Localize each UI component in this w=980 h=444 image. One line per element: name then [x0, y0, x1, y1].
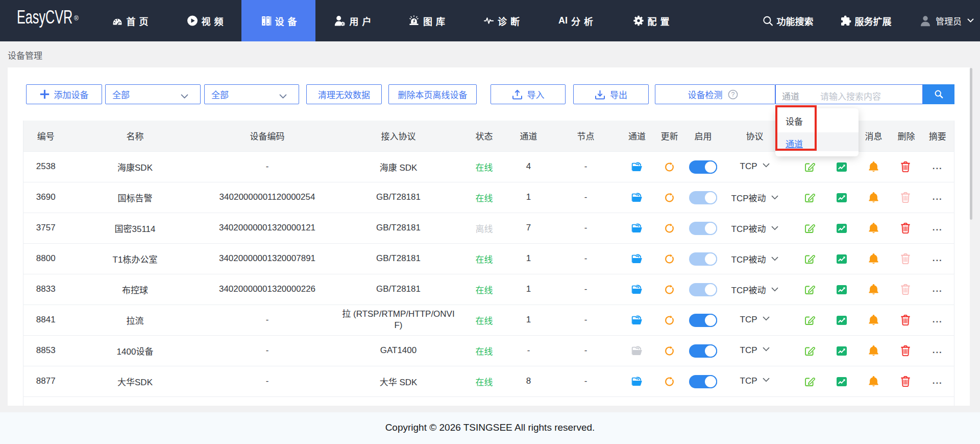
svg-text:?: ?	[731, 91, 734, 98]
